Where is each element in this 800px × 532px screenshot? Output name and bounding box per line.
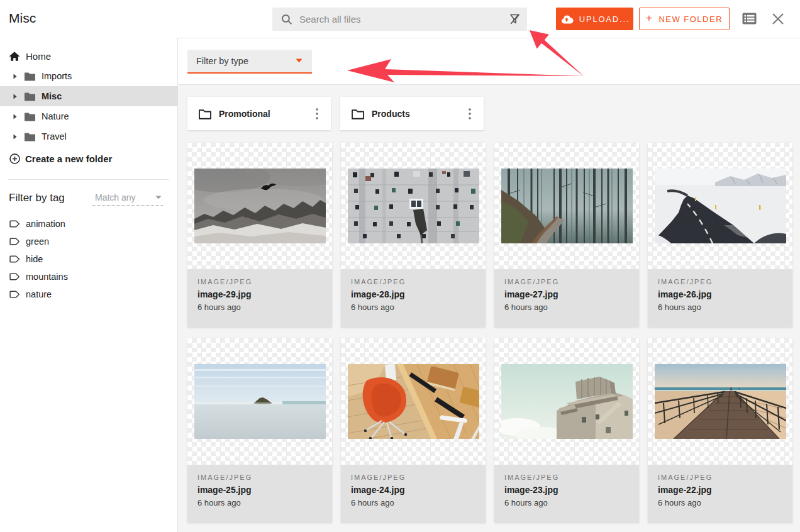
file-card[interactable]: IMAGE/JPEG image-28.jpg 6 hours ago (341, 143, 486, 327)
top-bar: Misc UPLOAD... + NEW FOLDER (0, 0, 800, 38)
file-meta: IMAGE/JPEG image-22.jpg 6 hours ago (648, 465, 792, 523)
create-folder-label: Create a new folder (25, 153, 112, 164)
folder-menu-kebab-icon[interactable] (308, 103, 326, 125)
folder-outline-icon (351, 108, 365, 119)
sidebar-item-home[interactable]: Home (0, 46, 177, 66)
chevron-right-icon[interactable] (13, 74, 24, 79)
sidebar-item-imports[interactable]: Imports (0, 66, 177, 86)
file-name: image-23.jpg (504, 485, 629, 495)
file-meta: IMAGE/JPEG image-28.jpg 6 hours ago (341, 269, 486, 327)
plus-circle-icon (9, 153, 20, 164)
tag-label: hide (26, 254, 43, 264)
cloud-upload-icon (560, 14, 574, 25)
file-thumbnail (648, 143, 792, 269)
file-type: IMAGE/JPEG (658, 278, 782, 285)
file-name: image-28.jpg (351, 289, 475, 299)
search-icon (281, 14, 292, 25)
filter-by-tag-heading: Filter by tag (9, 192, 65, 204)
file-thumbnail (648, 338, 792, 465)
filter-by-type-label: Filter by type (196, 56, 248, 66)
new-folder-button[interactable]: + NEW FOLDER (639, 8, 730, 30)
file-meta: IMAGE/JPEG image-26.jpg 6 hours ago (648, 269, 792, 327)
sidebar-item-misc[interactable]: Misc (0, 86, 177, 106)
file-time: 6 hours ago (197, 302, 322, 312)
file-time: 6 hours ago (658, 302, 782, 312)
file-card[interactable]: IMAGE/JPEG image-22.jpg 6 hours ago (648, 338, 792, 523)
close-icon[interactable] (771, 12, 785, 26)
folder-icon (24, 72, 36, 81)
tag-icon (9, 219, 20, 229)
chevron-right-icon[interactable] (13, 134, 24, 140)
file-name: image-26.jpg (658, 289, 782, 299)
tag-list: animation green hide mountains nature (0, 215, 177, 303)
upload-button[interactable]: UPLOAD... (556, 8, 633, 30)
file-card[interactable]: IMAGE/JPEG image-26.jpg 6 hours ago (648, 143, 792, 327)
sidebar-item-label: Home (26, 51, 51, 62)
file-thumbnail (341, 143, 486, 269)
sidebar-item-nature[interactable]: Nature (0, 106, 177, 126)
folder-card-name: Products (372, 109, 454, 119)
tag-icon (9, 272, 20, 282)
chevron-right-icon[interactable] (13, 94, 24, 99)
tag-item-animation[interactable]: animation (0, 215, 177, 233)
chevron-right-icon[interactable] (13, 114, 24, 119)
tag-icon (9, 237, 20, 247)
file-meta: IMAGE/JPEG image-24.jpg 6 hours ago (341, 465, 486, 523)
create-new-folder-button[interactable]: Create a new folder (0, 148, 177, 169)
list-view-toggle-icon[interactable] (742, 12, 757, 25)
tag-filter-header: Filter by tag Match any (0, 187, 177, 209)
main-panel: Filter by type Promotional (178, 38, 800, 532)
file-name: image-24.jpg (351, 485, 475, 495)
file-name: image-29.jpg (197, 289, 322, 299)
folder-icon (24, 112, 36, 121)
file-card[interactable]: IMAGE/JPEG image-23.jpg 6 hours ago (494, 338, 639, 523)
folder-card-promotional[interactable]: Promotional (187, 97, 331, 130)
file-name: image-25.jpg (197, 485, 322, 495)
sidebar-item-label: Travel (42, 131, 67, 141)
tag-item-nature[interactable]: nature (0, 285, 177, 303)
file-meta: IMAGE/JPEG image-27.jpg 6 hours ago (494, 269, 639, 327)
folder-card-products[interactable]: Products (340, 97, 484, 130)
tag-item-mountains[interactable]: mountains (0, 268, 177, 285)
photo-calm-sea-with-island (194, 364, 326, 439)
file-type: IMAGE/JPEG (504, 474, 629, 481)
file-card[interactable]: IMAGE/JPEG image-27.jpg 6 hours ago (494, 143, 639, 327)
file-name: image-27.jpg (504, 289, 629, 299)
file-type: IMAGE/JPEG (197, 474, 322, 481)
filter-by-type-select[interactable]: Filter by type (187, 50, 312, 74)
tag-label: nature (26, 289, 52, 299)
tag-label: green (26, 236, 49, 247)
file-thumbnail (341, 338, 486, 465)
page-title: Misc (9, 11, 36, 26)
new-folder-label: NEW FOLDER (658, 14, 723, 24)
tag-item-hide[interactable]: hide (0, 250, 177, 268)
photo-weathered-building-wall (348, 169, 479, 243)
file-card[interactable]: IMAGE/JPEG image-24.jpg 6 hours ago (341, 338, 486, 523)
file-card[interactable]: IMAGE/JPEG image-29.jpg 6 hours ago (187, 143, 332, 327)
tag-label: animation (26, 219, 65, 229)
folder-card-name: Promotional (219, 109, 301, 119)
sidebar-item-travel[interactable]: Travel (0, 126, 177, 147)
filter-row: Filter by type (178, 38, 800, 85)
match-mode-select[interactable]: Match any (92, 191, 163, 206)
plus-icon: + (646, 12, 653, 25)
clear-filter-icon[interactable] (509, 13, 521, 25)
caret-down-icon (296, 58, 303, 63)
file-time: 6 hours ago (351, 498, 475, 507)
folder-icon (24, 92, 36, 101)
photo-beach-boardwalk (655, 364, 786, 439)
search-input[interactable] (299, 14, 509, 25)
sidebar-item-label: Nature (42, 111, 69, 121)
search-bar (272, 8, 527, 31)
caret-down-icon (155, 196, 162, 199)
file-thumbnail (187, 338, 332, 465)
photo-foggy-forest-path (501, 169, 633, 243)
sidebar-item-label: Imports (42, 71, 72, 81)
folder-menu-kebab-icon[interactable] (461, 103, 479, 125)
tag-item-green[interactable]: green (0, 233, 177, 250)
sidebar: Home Imports Misc Nature Travel Crea (0, 38, 178, 532)
file-thumbnail (494, 143, 639, 269)
files-area: Promotional Products (178, 85, 800, 532)
file-card[interactable]: IMAGE/JPEG image-25.jpg 6 hours ago (187, 338, 332, 523)
upload-label: UPLOAD... (579, 14, 630, 24)
